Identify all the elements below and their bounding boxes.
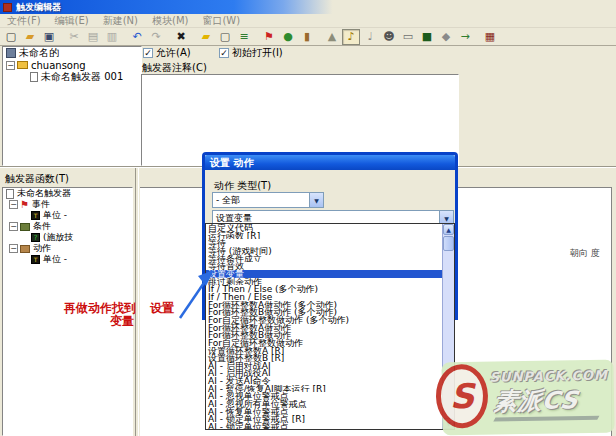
list-item[interactable]: 设置循环整数A [R] [206,347,442,355]
menu-module[interactable]: 模块(M) [145,14,195,28]
list-item[interactable]: 等待 [206,239,442,247]
list-item[interactable]: For循环整数B做动作 [206,331,442,339]
annotation-line1b: 设置 [150,301,174,315]
annotation-line1a: 再做动作找到 [64,301,136,315]
trigger-text-fragment: 朝向 度 [570,247,600,260]
list-item[interactable]: 等待 (游戏时间) [206,247,442,255]
tree-item-label: 未命名的 [19,46,59,60]
enabled-checkbox-row: ✓ 允许(A) [143,47,191,59]
window-title: 触发编辑器 [16,1,61,14]
list-item[interactable]: For自定循环整数做动作 [206,339,442,347]
scrollbar-thumb[interactable] [443,236,454,251]
paste-button[interactable]: ▥ [103,29,121,45]
title-bar[interactable]: 触发编辑器 [0,0,616,14]
list-item[interactable]: 跳过剩余动作 [206,278,442,286]
list-item[interactable]: For循环整数A做动作 (多个动作) [206,301,442,309]
enabled-checkbox[interactable]: ✓ [143,48,153,58]
action-icon [20,245,30,253]
list-item[interactable]: AI - 暂停/恢复AI脚本运行 [R] [206,385,442,393]
tree-item-trigger[interactable]: 未命名触发器 001 [3,71,141,83]
function-tree-action-item[interactable]: T 单位 - [3,254,132,265]
new-category-button[interactable]: ▰ [197,29,215,45]
collapse-icon[interactable]: − [9,200,18,209]
import-button[interactable]: ▦ [481,29,499,45]
watermark-underline [493,416,599,422]
list-item[interactable]: AI - 锁定单位警戒点 [206,423,442,429]
doodad-button[interactable]: ◆ [437,29,455,45]
action-type-select[interactable]: - 全部 ▼ [212,192,324,208]
collapse-icon[interactable]: − [6,61,15,70]
watermark-site-text: SUNPACK.COM [490,368,609,385]
list-item[interactable]: For自定循环整数做动作 (多个动作) [206,316,442,324]
region-button[interactable]: ■ [418,29,436,45]
unit-icon: T [31,211,40,220]
copy-icon: ▤ [88,30,98,43]
list-item[interactable]: AI - 发送AI命令 [206,377,442,385]
new-event-button[interactable]: ⚑ [260,29,278,45]
list-item[interactable]: 自定义代码 [206,224,442,232]
function-tree-events[interactable]: − ⚑ 事件 [3,199,132,210]
variables-icon: ▲ [328,30,336,43]
new-trigger-button[interactable]: ▢ [216,29,234,45]
menu-window[interactable]: 窗口(W) [195,14,247,28]
new-action-icon: ▮ [304,30,310,43]
new-comment-button[interactable]: ≡ [235,29,253,45]
import-icon: ▦ [485,30,495,43]
question-icon: ? [31,233,40,242]
list-item[interactable]: For循环整数A做动作 [206,324,442,332]
save-button[interactable]: ▣ [40,29,58,45]
tree-item-label: chuansong [31,60,86,71]
check-script-button[interactable]: ✖ [172,29,190,45]
sound-button[interactable]: ♪ [342,29,360,45]
export-icon: → [460,30,469,43]
event-flag-icon: ⚑ [20,200,29,210]
watermark-logo-icon: S [435,364,488,429]
export-button[interactable]: → [456,29,474,45]
collapse-icon[interactable]: − [9,222,18,231]
list-item[interactable]: 运行函数 [R] [206,232,442,240]
new-condition-button[interactable]: ● [279,29,297,45]
mute-speaker-button[interactable]: ♩ [361,29,379,45]
menu-edit[interactable]: 编辑(E) [48,14,96,28]
new-document-button[interactable]: ▢ [2,29,20,45]
list-item[interactable]: AI - 启用对战AI [206,362,442,370]
function-tree-condition-item[interactable]: ? (施放技 [3,232,132,243]
new-action-button[interactable]: ▮ [298,29,316,45]
watermark: S SUNPACK.COM 素派CS [441,360,614,436]
comment-label: 触发器注释(C) [142,61,207,75]
undo-button[interactable]: ↶ [128,29,146,45]
list-item[interactable]: 等待条件成立 [206,255,442,263]
item-editor-button[interactable]: ▭ [399,29,417,45]
function-tree-trigger[interactable]: 未命名触发器 [3,188,132,199]
list-item[interactable]: 设置循环整数B [R] [206,354,442,362]
list-item[interactable]: AI - 锁定单位警戒点 [R] [206,415,442,423]
list-item[interactable]: AI - 恢复单位警戒点 [206,408,442,416]
list-item[interactable]: For循环整数B做动作 (多个动作) [206,308,442,316]
variables-button[interactable]: ▲ [323,29,341,45]
list-item[interactable]: If / Then / Else [206,293,442,301]
chevron-down-icon[interactable]: ▼ [309,193,323,207]
menu-file[interactable]: 文件(F) [0,14,48,28]
list-item[interactable]: AI - 启用战役AI [206,369,442,377]
open-button[interactable]: ▰ [21,29,39,45]
scroll-up-icon[interactable]: ▲ [443,224,454,235]
new-comment-icon: ≡ [239,30,248,43]
function-tree-actions[interactable]: − 动作 [3,243,132,254]
cut-button[interactable]: ✂ [65,29,83,45]
tree-item-label: 单位 - [43,253,67,266]
redo-button[interactable]: ↷ [147,29,165,45]
collapse-icon[interactable]: − [9,244,18,253]
list-item[interactable]: AI - 忽视单位警戒点 [206,392,442,400]
list-item-selected[interactable]: 设置变量 [206,270,442,278]
list-item[interactable]: If / Then / Else (多个动作) [206,285,442,293]
tree-item-root[interactable]: 未命名的 [3,47,141,59]
list-item[interactable]: AI - 忽视所有单位警戒点 [206,400,442,408]
function-tree-event-item[interactable]: T 单位 - [3,210,132,221]
dialog-title-bar[interactable]: 设置 动作 [205,155,455,170]
initially-on-checkbox[interactable]: ✓ [219,48,229,58]
menu-bar: 文件(F) 编辑(E) 新建(N) 模块(M) 窗口(W) [0,14,616,28]
menu-new[interactable]: 新建(N) [96,14,145,28]
copy-button[interactable]: ▤ [84,29,102,45]
list-item[interactable]: 等待音效 [206,262,442,270]
unit-editor-button[interactable]: ☻ [380,29,398,45]
